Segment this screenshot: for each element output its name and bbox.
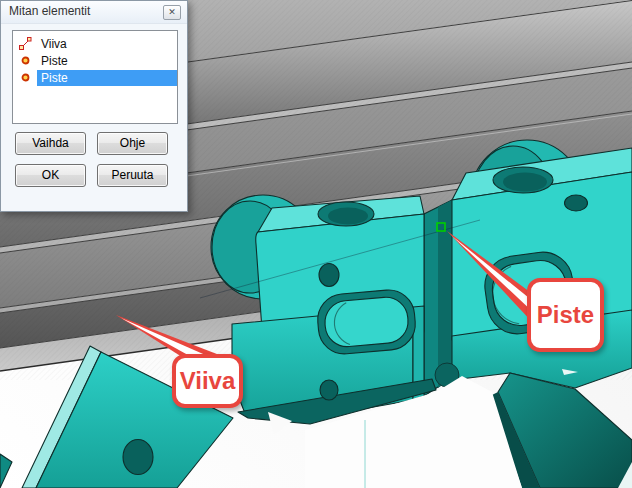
list-item-label: Piste	[37, 53, 177, 69]
line-icon	[13, 37, 37, 50]
close-icon[interactable]: ✕	[163, 5, 181, 20]
vaihda-button[interactable]: Vaihda	[15, 132, 86, 155]
list-item-label: Piste	[37, 70, 177, 86]
callout-viiva: Viiva	[172, 354, 243, 408]
ohje-button[interactable]: Ohje	[97, 132, 168, 155]
dialog-title: Mitan elementit	[9, 4, 90, 18]
point-icon	[13, 73, 37, 82]
dialog-titlebar[interactable]: Mitan elementit ✕	[1, 1, 187, 24]
dimension-elements-dialog: Mitan elementit ✕ Viiva	[0, 0, 188, 212]
list-item-label: Viiva	[37, 36, 177, 52]
callout-piste: Piste	[527, 278, 604, 352]
element-listbox[interactable]: Viiva Piste Piste	[12, 30, 178, 124]
list-item[interactable]: Piste	[13, 69, 177, 86]
list-item[interactable]: Piste	[13, 52, 177, 69]
point-icon	[13, 56, 37, 65]
left-roller-slot	[316, 288, 418, 356]
peruuta-button[interactable]: Peruuta	[97, 164, 168, 187]
cad-window: Viiva Piste Mitan elementit ✕ Viiva	[0, 0, 632, 488]
list-item[interactable]: Viiva	[13, 35, 177, 52]
ok-button[interactable]: OK	[15, 164, 86, 187]
